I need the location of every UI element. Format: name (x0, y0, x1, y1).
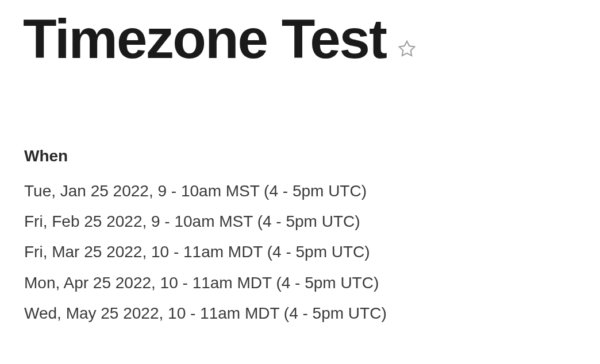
date-list: Tue, Jan 25 2022, 9 - 10am MST (4 - 5pm … (24, 176, 577, 328)
date-item: Mon, Apr 25 2022, 10 - 11am MDT (4 - 5pm… (24, 268, 577, 298)
date-item: Fri, Feb 25 2022, 9 - 10am MST (4 - 5pm … (24, 206, 577, 237)
date-item: Wed, May 25 2022, 10 - 11am MDT (4 - 5pm… (24, 298, 577, 328)
star-icon[interactable] (398, 40, 416, 58)
date-item: Fri, Mar 25 2022, 10 - 11am MDT (4 - 5pm… (24, 237, 577, 267)
date-item: Tue, Jan 25 2022, 9 - 10am MST (4 - 5pm … (24, 176, 577, 206)
when-section: When Tue, Jan 25 2022, 9 - 10am MST (4 -… (23, 147, 577, 328)
page-title: Timezone Test (23, 11, 386, 67)
title-row: Timezone Test (23, 11, 577, 67)
svg-marker-0 (399, 41, 415, 56)
when-label: When (24, 147, 577, 165)
